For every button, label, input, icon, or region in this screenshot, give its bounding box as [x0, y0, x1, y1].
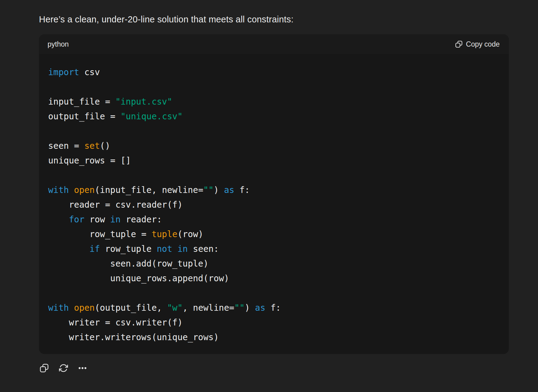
code-line [48, 80, 499, 94]
code-block: python Copy code import csvinput_file = … [39, 34, 509, 354]
code-line: reader = csv.reader(f) [48, 198, 499, 212]
code-line: seen = set() [48, 139, 499, 153]
copy-icon [39, 363, 49, 373]
code-line [48, 168, 499, 183]
code-content: import csvinput_file = "input.csv"output… [39, 54, 509, 354]
message-actions [39, 363, 538, 373]
copy-message-button[interactable] [39, 363, 49, 373]
copy-code-label: Copy code [466, 40, 500, 48]
ellipsis-icon [78, 363, 87, 373]
code-line [48, 286, 499, 301]
refresh-icon [59, 363, 68, 373]
code-line: writer = csv.writer(f) [48, 315, 499, 330]
regenerate-button[interactable] [59, 363, 68, 373]
copy-code-button[interactable]: Copy code [455, 40, 500, 48]
copy-icon [455, 40, 463, 48]
assistant-message: Here’s a clean, under-20-line solution t… [0, 0, 538, 373]
code-line: import csv [48, 65, 499, 80]
code-lines: import csvinput_file = "input.csv"output… [48, 65, 499, 345]
code-line: input_file = "input.csv" [48, 94, 499, 109]
code-line: output_file = "unique.csv" [48, 109, 499, 124]
code-line: unique_rows = [] [48, 153, 499, 168]
code-line: seen.add(row_tuple) [48, 256, 499, 271]
intro-text: Here’s a clean, under-20-line solution t… [39, 14, 538, 25]
code-language-label: python [48, 40, 69, 48]
code-line: unique_rows.append(row) [48, 271, 499, 286]
code-line: writer.writerows(unique_rows) [48, 330, 499, 345]
more-options-button[interactable] [78, 363, 87, 373]
code-line: row_tuple = tuple(row) [48, 227, 499, 242]
code-line: with open(output_file, "w", newline="") … [48, 301, 499, 315]
code-line: if row_tuple not in seen: [48, 242, 499, 256]
code-block-header: python Copy code [39, 34, 509, 54]
code-line [48, 124, 499, 139]
code-line: for row in reader: [48, 212, 499, 227]
code-line: with open(input_file, newline="") as f: [48, 183, 499, 198]
